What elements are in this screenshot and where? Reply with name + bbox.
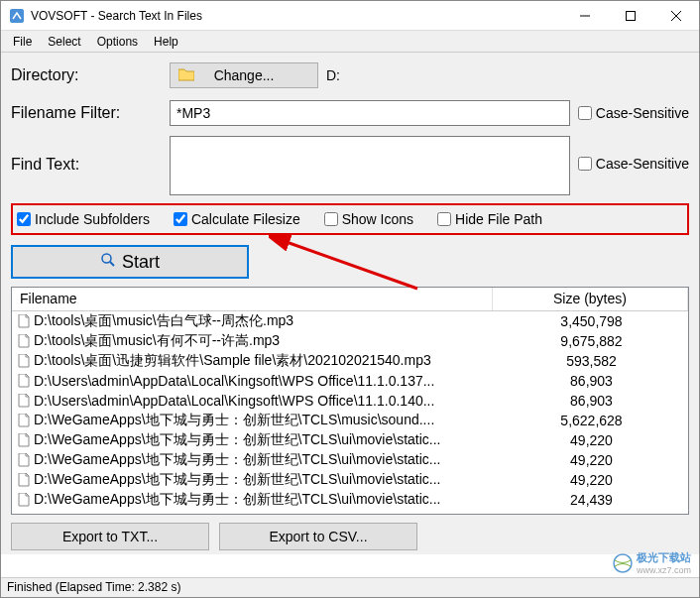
cell-filename: D:\tools\桌面\music\有何不可--许嵩.mp3	[34, 332, 515, 350]
cell-size: 9,675,882	[515, 333, 688, 349]
hide-file-path-checkbox[interactable]: Hide File Path	[437, 211, 542, 227]
include-subfolders-checkbox[interactable]: Include Subfolders	[17, 211, 150, 227]
directory-value: D:	[326, 67, 340, 83]
cell-size: 593,582	[515, 353, 688, 369]
table-row[interactable]: D:\tools\桌面\music\告白气球--周杰伦.mp33,450,798	[12, 311, 688, 331]
cell-filename: D:\tools\桌面\music\告白气球--周杰伦.mp3	[34, 312, 515, 330]
table-row[interactable]: D:\Users\admin\AppData\Local\Kingsoft\WP…	[12, 371, 688, 391]
filename-filter-input[interactable]	[170, 100, 570, 126]
export-txt-button[interactable]: Export to TXT...	[11, 523, 209, 550]
calculate-filesize-label: Calculate Filesize	[191, 211, 300, 227]
file-icon	[16, 374, 32, 388]
cell-filename: D:\WeGameApps\地下城与勇士：创新世纪\TCLS\ui\movie\…	[34, 431, 515, 449]
watermark-name: 极光下载站	[637, 550, 691, 565]
cell-size: 5,622,628	[515, 413, 688, 428]
file-icon	[16, 493, 32, 507]
cell-filename: D:\WeGameApps\地下城与勇士：创新世纪\TCLS\ui\movie\…	[34, 471, 515, 489]
watermark-url: www.xz7.com	[637, 565, 691, 575]
export-row: Export to TXT... Export to CSV...	[11, 515, 689, 554]
svg-line-6	[110, 262, 114, 266]
file-icon	[16, 453, 32, 467]
titlebar: VOVSOFT - Search Text In Files	[1, 1, 699, 31]
show-icons-input[interactable]	[324, 212, 338, 226]
search-icon	[100, 252, 116, 273]
cell-filename: D:\WeGameApps\地下城与勇士：创新世纪\TCLS\ui\movie\…	[34, 491, 515, 509]
file-icon	[16, 334, 32, 348]
cell-filename: D:\WeGameApps\地下城与勇士：创新世纪\TCLS\ui\movie\…	[34, 451, 515, 469]
svg-rect-2	[627, 11, 636, 20]
table-body[interactable]: D:\tools\桌面\music\告白气球--周杰伦.mp33,450,798…	[12, 311, 688, 515]
cell-filename: D:\tools\桌面\迅捷剪辑软件\Sample file\素材\202102…	[34, 352, 515, 370]
menu-options[interactable]: Options	[89, 33, 146, 51]
svg-point-5	[102, 254, 111, 263]
show-icons-checkbox[interactable]: Show Icons	[324, 211, 413, 227]
table-row[interactable]: D:\tools\桌面\迅捷剪辑软件\Sample file\素材\202102…	[12, 351, 688, 371]
minimize-button[interactable]	[562, 1, 608, 31]
find-text-input[interactable]	[170, 136, 570, 195]
column-filename[interactable]: Filename	[12, 288, 493, 310]
directory-label: Directory:	[11, 66, 170, 84]
text-case-checkbox-input[interactable]	[578, 157, 592, 171]
find-text-label: Find Text:	[11, 136, 170, 174]
cell-size: 86,903	[515, 393, 688, 409]
cell-size: 3,450,798	[515, 313, 688, 329]
cell-filename: D:\Users\admin\AppData\Local\Kingsoft\WP…	[34, 373, 515, 389]
options-highlight-box: Include Subfolders Calculate Filesize Sh…	[11, 203, 689, 235]
file-icon	[16, 314, 32, 328]
menubar: File Select Options Help	[1, 31, 699, 53]
folder-icon	[178, 67, 194, 84]
file-icon	[16, 414, 32, 427]
calculate-filesize-input[interactable]	[174, 212, 187, 226]
menu-file[interactable]: File	[5, 33, 40, 51]
table-row[interactable]: D:\Users\admin\AppData\Local\Kingsoft\WP…	[12, 391, 688, 411]
statusbar: Finished (Elapsed Time: 2.382 s)	[1, 577, 699, 597]
filter-case-checkbox-input[interactable]	[578, 106, 592, 120]
filter-case-sensitive-checkbox[interactable]: Case-Sensitive	[578, 105, 689, 121]
window-controls	[562, 1, 699, 31]
include-subfolders-input[interactable]	[17, 212, 31, 226]
table-row[interactable]: D:\WeGameApps\地下城与勇士：创新世纪\TCLS\ui\movie\…	[12, 430, 688, 450]
menu-select[interactable]: Select	[40, 33, 88, 51]
hide-file-path-input[interactable]	[437, 212, 451, 226]
column-size[interactable]: Size (bytes)	[493, 288, 688, 310]
app-icon	[9, 8, 25, 24]
filename-filter-label: Filename Filter:	[11, 104, 170, 122]
table-row[interactable]: D:\WeGameApps\地下城与勇士：创新世纪\TCLS\ui\movie\…	[12, 490, 688, 510]
calculate-filesize-checkbox[interactable]: Calculate Filesize	[174, 211, 300, 227]
cell-filename: D:\Users\admin\AppData\Local\Kingsoft\WP…	[34, 393, 515, 409]
window-title: VOVSOFT - Search Text In Files	[31, 9, 562, 23]
text-case-label: Case-Sensitive	[596, 156, 689, 172]
menu-help[interactable]: Help	[146, 33, 186, 51]
cell-filename: D:\WeGameApps\地下城与勇士：创新世纪\TCLS\music\sou…	[34, 412, 515, 429]
hide-file-path-label: Hide File Path	[455, 211, 542, 227]
table-row[interactable]: D:\tools\桌面\music\有何不可--许嵩.mp39,675,882	[12, 331, 688, 351]
cell-size: 49,220	[515, 432, 688, 448]
file-icon	[16, 354, 32, 368]
cell-size: 49,220	[515, 452, 688, 468]
include-subfolders-label: Include Subfolders	[35, 211, 150, 227]
table-row[interactable]: D:\WeGameApps\地下城与勇士：创新世纪\TCLS\ui\movie\…	[12, 470, 688, 490]
watermark: 极光下载站 www.xz7.com	[613, 550, 691, 575]
show-icons-label: Show Icons	[342, 211, 413, 227]
change-directory-button[interactable]: Change...	[170, 62, 318, 88]
cell-size: 24,439	[515, 492, 688, 508]
cell-size: 49,220	[515, 472, 688, 488]
start-button[interactable]: Start	[11, 245, 249, 279]
close-button[interactable]	[653, 1, 699, 31]
file-icon	[16, 394, 32, 408]
export-csv-button[interactable]: Export to CSV...	[219, 523, 417, 550]
cell-size: 86,903	[515, 373, 688, 389]
table-row[interactable]: D:\WeGameApps\地下城与勇士：创新世纪\TCLS\ui\movie\…	[12, 450, 688, 470]
filter-case-label: Case-Sensitive	[596, 105, 689, 121]
svg-rect-0	[10, 9, 24, 23]
table-header: Filename Size (bytes)	[12, 288, 688, 311]
content-area: Directory: Change... D: Filename Filter:…	[1, 53, 699, 554]
table-row[interactable]: D:\WeGameApps\地下城与勇士：创新世纪\TCLS\music\sou…	[12, 411, 688, 430]
results-table: Filename Size (bytes) D:\tools\桌面\music\…	[11, 287, 689, 515]
file-icon	[16, 473, 32, 487]
globe-icon	[613, 553, 633, 573]
change-button-label: Change...	[214, 67, 275, 83]
text-case-sensitive-checkbox[interactable]: Case-Sensitive	[578, 156, 689, 172]
start-button-label: Start	[122, 252, 160, 273]
maximize-button[interactable]	[608, 1, 653, 31]
